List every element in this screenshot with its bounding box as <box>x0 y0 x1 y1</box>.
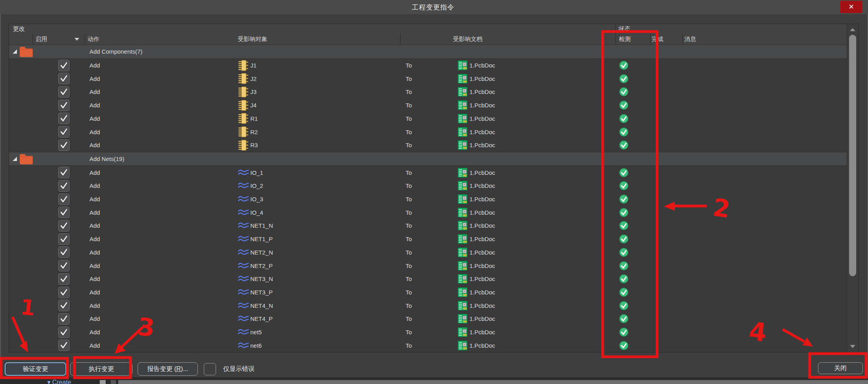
group-row[interactable]: Add Components(7) <box>9 45 848 59</box>
checkmark-icon <box>60 315 68 322</box>
super-header-changes: 更改 <box>13 25 25 33</box>
row-checkbox[interactable] <box>58 112 70 125</box>
scrollbar-thumb[interactable] <box>849 35 856 276</box>
table-row[interactable]: AddR1To1.PcbDoc <box>9 112 848 126</box>
status-check-icon <box>619 328 628 337</box>
expand-triangle-icon[interactable] <box>12 49 17 54</box>
to-label: To <box>406 142 455 148</box>
background-partial-label: Create <box>52 379 71 384</box>
row-checkbox[interactable] <box>58 339 70 352</box>
table-row[interactable]: AddNET1_PTo1.PcbDoc <box>9 232 848 246</box>
to-label: To <box>406 115 455 122</box>
column-header-message[interactable]: 消息 <box>682 34 848 45</box>
only-show-errors-checkbox[interactable] <box>204 363 216 375</box>
column-header-object[interactable]: 受影响对象 <box>230 34 400 45</box>
close-button[interactable]: 关闭 <box>818 362 863 374</box>
pcbdoc-icon <box>458 274 468 284</box>
table-row[interactable]: AddJ3To1.PcbDoc <box>9 85 848 99</box>
row-checkbox[interactable] <box>58 233 70 245</box>
status-check-icon <box>619 341 628 350</box>
table-row[interactable]: AddJ4To1.PcbDoc <box>9 99 848 112</box>
action-label: Add <box>89 129 100 135</box>
pcbdoc-icon <box>458 100 468 110</box>
table-row[interactable]: AddNET2_NTo1.PcbDoc <box>9 246 848 259</box>
column-header-done[interactable]: 完成 <box>650 34 682 45</box>
table-row[interactable]: AddJ2To1.PcbDoc <box>9 72 848 85</box>
table-row[interactable]: AddNET4_PTo1.PcbDoc <box>9 312 848 326</box>
column-header-document[interactable]: 受影响文档 <box>400 34 615 45</box>
row-checkbox[interactable] <box>58 180 70 192</box>
object-label: IO_4 <box>250 209 263 216</box>
table-row[interactable]: AddR2To1.PcbDoc <box>9 125 848 139</box>
dialog-titlebar: 工程变更指令 ✕ <box>0 0 868 15</box>
action-label: Add <box>89 249 100 256</box>
table-row[interactable]: AddNET1_NTo1.PcbDoc <box>9 219 848 232</box>
window-close-button[interactable]: ✕ <box>840 1 862 13</box>
dialog-title: 工程变更指令 <box>412 3 454 12</box>
group-row[interactable]: Add Nets(19) <box>9 152 848 166</box>
pcbdoc-icon <box>458 168 468 178</box>
checkmark-icon <box>60 249 68 256</box>
row-checkbox[interactable] <box>58 259 70 272</box>
row-checkbox[interactable] <box>58 219 70 232</box>
super-header-status: 状态 <box>618 25 630 33</box>
table-row[interactable]: AddNET4_NTo1.PcbDoc <box>9 299 848 312</box>
report-changes-button[interactable]: 报告变更 (R)... <box>138 362 198 376</box>
action-label: Add <box>89 289 100 296</box>
column-header-done-label: 完成 <box>652 36 663 43</box>
row-checkbox[interactable] <box>58 273 70 285</box>
row-checkbox[interactable] <box>58 86 70 98</box>
row-checkbox[interactable] <box>58 286 70 299</box>
column-header-check[interactable]: 检测 <box>615 34 650 45</box>
row-checkbox[interactable] <box>58 313 70 325</box>
scroll-up-icon[interactable] <box>850 28 855 31</box>
checkmark-icon <box>60 102 68 109</box>
execute-changes-button[interactable]: 执行变更 <box>70 362 132 376</box>
document-label: 1.PcbDoc <box>469 236 495 242</box>
row-checkbox[interactable] <box>58 206 70 219</box>
table-super-header: 更改 状态 <box>9 24 859 34</box>
background-window-strip: ▾ Create <box>0 378 868 384</box>
checkmark-icon <box>60 236 68 243</box>
row-checkbox[interactable] <box>58 326 70 339</box>
row-checkbox[interactable] <box>58 193 70 206</box>
table-row[interactable]: AddIO_3To1.PcbDoc <box>9 193 848 206</box>
status-check-icon <box>619 74 628 83</box>
row-checkbox[interactable] <box>58 139 70 152</box>
table-row[interactable]: Addnet5To1.PcbDoc <box>9 326 848 339</box>
net-icon <box>238 196 249 202</box>
filter-dropdown-icon[interactable] <box>75 38 79 41</box>
row-checkbox[interactable] <box>58 126 70 138</box>
table-row[interactable]: AddNET3_PTo1.PcbDoc <box>9 286 848 299</box>
row-checkbox[interactable] <box>58 246 70 258</box>
row-checkbox[interactable] <box>58 166 70 179</box>
vertical-scrollbar[interactable] <box>847 24 858 352</box>
row-checkbox[interactable] <box>58 72 70 85</box>
table-row[interactable]: Addnet6To1.PcbDoc <box>9 339 848 352</box>
row-checkbox[interactable] <box>58 99 70 112</box>
object-label: IO_3 <box>250 196 263 202</box>
table-row[interactable]: AddJ1To1.PcbDoc <box>9 59 848 72</box>
row-checkbox[interactable] <box>58 299 70 312</box>
to-label: To <box>406 209 455 216</box>
table-row[interactable]: AddIO_2To1.PcbDoc <box>9 179 848 193</box>
scroll-down-icon[interactable] <box>850 345 855 348</box>
document-label: 1.PcbDoc <box>469 182 495 189</box>
expand-triangle-icon[interactable] <box>12 156 17 161</box>
net-icon <box>238 342 249 349</box>
column-header-enable[interactable]: 启用 <box>33 34 85 45</box>
table-row[interactable]: AddIO_4To1.PcbDoc <box>9 206 848 219</box>
report-label-post: )... <box>181 365 188 372</box>
table-row[interactable]: AddNET2_PTo1.PcbDoc <box>9 259 848 272</box>
column-header-action[interactable]: 动作 <box>85 34 230 45</box>
table-row[interactable]: AddR3To1.PcbDoc <box>9 139 848 152</box>
status-check-icon <box>619 234 628 244</box>
table-row[interactable]: AddIO_1To1.PcbDoc <box>9 166 848 179</box>
row-checkbox[interactable] <box>58 59 70 72</box>
status-check-icon <box>619 101 628 110</box>
report-label-hotkey: R <box>176 365 181 372</box>
validate-changes-button[interactable]: 验证变更 <box>5 362 66 376</box>
table-row[interactable]: AddNET3_NTo1.PcbDoc <box>9 272 848 286</box>
pcbdoc-icon <box>458 314 468 324</box>
checkmark-icon <box>60 169 68 176</box>
